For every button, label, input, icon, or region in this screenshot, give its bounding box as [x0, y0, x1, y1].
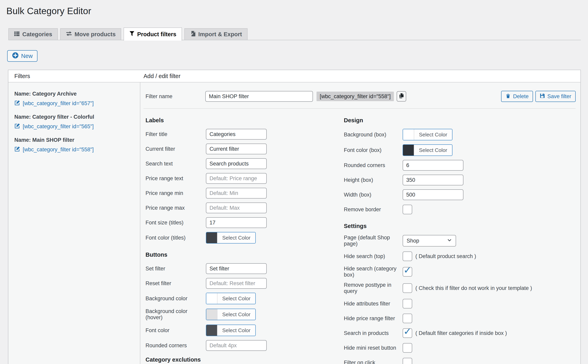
price-range-text-input[interactable]: [206, 173, 267, 184]
field-label: Current filter: [144, 146, 206, 152]
search-in-products-checkbox[interactable]: [403, 328, 412, 338]
save-button-label: Save filter: [547, 93, 571, 100]
color-swatch: [206, 309, 217, 320]
color-swatch: [403, 145, 414, 156]
design-section-heading: Design: [344, 117, 576, 124]
tab-product-filters[interactable]: Product filters: [124, 27, 182, 41]
filter-shortcode-link[interactable]: [wbc_category_filter id="657"]: [14, 100, 94, 107]
current-filter-input[interactable]: [206, 143, 267, 154]
hide-search-category-box-checkbox[interactable]: [403, 267, 412, 277]
filter-name-input[interactable]: [205, 91, 313, 102]
hide-attributes-checkbox[interactable]: [403, 299, 412, 308]
list-item: Name: Category filter - Colorful [wbc_ca…: [14, 114, 134, 130]
tab-label: Import & Export: [198, 31, 242, 38]
form-row-font-color: Font color Select Color: [144, 325, 342, 336]
form-row-search-text: Search text: [144, 158, 342, 169]
select-color-button[interactable]: Select Color: [217, 232, 255, 243]
field-label: Hide price range filter: [342, 315, 403, 322]
editor-header: Add / edit filter: [140, 73, 180, 79]
filter-shortcode-link[interactable]: [wbc_category_filter id="565"]: [14, 123, 94, 130]
background-color-hover-picker[interactable]: Select Color: [206, 309, 256, 320]
filter-title-input[interactable]: [206, 129, 267, 140]
color-swatch: [206, 232, 217, 243]
form-row-rounded-corners-buttons: Rounded corners: [144, 340, 342, 351]
copy-shortcode-button[interactable]: [397, 91, 406, 102]
form-row-remove-border: Remove border: [342, 204, 576, 215]
save-icon: [540, 93, 545, 100]
page-title: Bulk Category Editor: [6, 0, 581, 16]
form-column-left: Labels Filter title Current filter Searc…: [144, 116, 342, 364]
filter-name-text: Name: Main SHOP filter: [14, 137, 134, 143]
field-label: Hide mini reset button: [342, 345, 403, 351]
form-row-background-color-hover: Background color (hover) Select Color: [144, 308, 342, 321]
filter-editor-form: Filter name [wbc_category_filter id="558…: [140, 82, 581, 364]
select-color-button[interactable]: Select Color: [217, 309, 255, 320]
page-select[interactable]: Shop: [403, 235, 456, 247]
tab-move-products[interactable]: Move products: [60, 28, 121, 40]
edit-icon: [14, 123, 20, 130]
shortcode-readout: [wbc_category_filter id="558"]: [316, 91, 394, 101]
import-export-icon: [190, 31, 196, 38]
select-color-button[interactable]: Select Color: [414, 145, 452, 156]
field-label: Background color (hover): [144, 308, 206, 321]
filter-on-click-checkbox[interactable]: [403, 358, 412, 364]
field-label: Search text: [144, 161, 206, 167]
shortcode-text: [wbc_category_filter id="657"]: [23, 100, 94, 107]
form-row-hide-mini-reset: Hide mini reset button: [342, 343, 576, 353]
tab-label: Product filters: [137, 31, 176, 38]
labels-section-heading: Labels: [146, 117, 342, 124]
delete-button-label: Delete: [513, 93, 529, 100]
select-color-button[interactable]: Select Color: [414, 129, 452, 140]
field-note: ( Default filter categories if inside bo…: [415, 330, 507, 336]
color-swatch: [206, 293, 217, 304]
tab-categories[interactable]: Categories: [8, 28, 58, 40]
shortcode-text: [wbc_category_filter id="558"]: [23, 147, 94, 153]
width-box-input[interactable]: [403, 189, 463, 200]
field-label: Background (box): [342, 132, 403, 138]
field-label: Rounded corners: [342, 162, 403, 169]
select-color-button[interactable]: Select Color: [217, 293, 255, 304]
filter-name-text: Name: Category Archive: [14, 91, 134, 97]
edit-icon: [14, 146, 20, 153]
set-filter-input[interactable]: [206, 263, 267, 274]
field-label: Height (box): [342, 177, 403, 183]
font-color-titles-picker[interactable]: Select Color: [206, 232, 256, 244]
font-color-box-picker[interactable]: Select Color: [403, 144, 453, 156]
copy-icon: [398, 93, 404, 100]
field-label: Background color: [144, 295, 206, 302]
remove-posttype-checkbox[interactable]: [403, 283, 412, 293]
rounded-corners-box-input[interactable]: [403, 160, 463, 171]
move-arrows-icon: [66, 31, 72, 38]
save-filter-button[interactable]: Save filter: [535, 91, 576, 102]
remove-border-checkbox[interactable]: [403, 205, 412, 214]
reset-filter-input[interactable]: [206, 278, 267, 289]
filter-shortcode-link[interactable]: [wbc_category_filter id="558"]: [14, 146, 94, 153]
price-range-min-input[interactable]: [206, 188, 267, 199]
price-range-max-input[interactable]: [206, 202, 267, 213]
form-row-current-filter: Current filter: [144, 143, 342, 154]
form-row-background-box: Background (box) Select Color: [342, 129, 576, 140]
new-filter-button[interactable]: New: [7, 50, 37, 62]
hide-search-top-checkbox[interactable]: [403, 252, 412, 261]
height-box-input[interactable]: [403, 175, 463, 185]
font-size-titles-input[interactable]: [206, 217, 267, 228]
tab-import-export[interactable]: Import & Export: [184, 28, 247, 40]
form-row-search-in-products: Search in products ( Default filter cate…: [342, 328, 576, 338]
delete-button[interactable]: Delete: [501, 91, 533, 102]
shortcode-text: [wbc_category_filter id="565"]: [23, 124, 94, 130]
filters-header: Filters: [8, 73, 140, 79]
color-swatch: [206, 325, 217, 336]
hide-mini-reset-checkbox[interactable]: [403, 343, 412, 353]
search-text-input[interactable]: [206, 158, 267, 169]
field-label: Font size (titles): [144, 220, 206, 226]
field-label: Price range min: [144, 190, 206, 196]
font-color-picker[interactable]: Select Color: [206, 325, 256, 336]
field-label: Price range max: [144, 205, 206, 211]
background-box-picker[interactable]: Select Color: [403, 129, 453, 140]
hide-price-range-checkbox[interactable]: [403, 314, 412, 323]
field-label: Width (box): [342, 192, 403, 198]
select-color-button[interactable]: Select Color: [217, 325, 255, 336]
form-row-font-size-titles: Font size (titles): [144, 217, 342, 228]
background-color-picker[interactable]: Select Color: [206, 293, 256, 304]
rounded-corners-buttons-input[interactable]: [206, 340, 267, 351]
